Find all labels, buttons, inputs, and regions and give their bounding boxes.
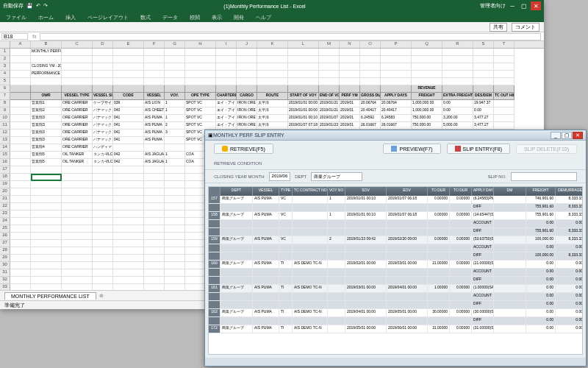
cell[interactable]	[144, 225, 165, 233]
grid-cell[interactable]	[293, 252, 328, 260]
cell[interactable]	[473, 85, 494, 93]
cell[interactable]: パナマックス	[93, 130, 113, 137]
grid-cell[interactable]: 21.00000	[428, 261, 450, 268]
cell[interactable]: 1	[165, 107, 185, 115]
cell[interactable]: 1,000,000.00	[412, 107, 442, 115]
cell[interactable]	[319, 85, 340, 93]
grid-cell[interactable]	[293, 244, 328, 252]
cell[interactable]: ORE CARRIER	[62, 122, 93, 130]
cell[interactable]	[473, 63, 494, 71]
save-icon[interactable]: 💾	[26, 3, 33, 9]
cell[interactable]	[113, 181, 144, 188]
minimize-icon[interactable]: ─	[507, 1, 517, 10]
cell[interactable]	[381, 71, 412, 78]
maximize-icon[interactable]: ▢	[519, 1, 529, 10]
cell[interactable]	[144, 188, 165, 196]
name-box[interactable]: B18	[1, 33, 28, 40]
cell[interactable]	[62, 71, 93, 78]
row-header[interactable]: 10	[0, 115, 10, 122]
grid-cell[interactable]	[220, 244, 253, 252]
cell[interactable]	[144, 63, 165, 71]
cell[interactable]	[144, 144, 165, 152]
cell[interactable]	[144, 196, 165, 203]
cell[interactable]: 太平洋	[257, 100, 288, 107]
grid-cell[interactable]	[494, 236, 526, 244]
grid-cell[interactable]	[220, 220, 253, 227]
cell[interactable]	[288, 85, 319, 93]
grid-cell[interactable]	[328, 228, 345, 236]
cell[interactable]: パナマックス	[93, 137, 113, 144]
cell[interactable]: 太平洋	[257, 115, 288, 122]
grid-cell[interactable]: 2019/01/01 00:10	[345, 196, 387, 203]
grid-cell[interactable]: 2019/04/01 00:00	[345, 309, 387, 316]
cell[interactable]	[62, 188, 93, 196]
cell[interactable]: 0.00	[442, 100, 473, 107]
grid-cell[interactable]	[494, 204, 526, 211]
slipno-input[interactable]	[511, 172, 577, 181]
cell[interactable]	[442, 78, 473, 85]
cell[interactable]: 5,000.00	[442, 122, 473, 130]
grid-cell[interactable]: 8,333.33	[556, 212, 583, 219]
col-header[interactable]: A	[10, 41, 31, 48]
cell[interactable]	[10, 137, 31, 144]
grid-cell[interactable]	[328, 285, 345, 292]
grid-cell[interactable]	[279, 317, 293, 325]
grid-cell[interactable]	[328, 261, 345, 268]
cell[interactable]	[93, 203, 113, 210]
grid-cell[interactable]: 0.00	[526, 309, 556, 316]
grid-cell[interactable]	[279, 269, 293, 276]
cell[interactable]	[10, 277, 31, 284]
cell[interactable]	[10, 107, 31, 115]
grid-cell[interactable]: DIFF	[472, 204, 494, 211]
cell[interactable]	[381, 56, 412, 63]
grid-cell[interactable]: 30.00000	[428, 309, 450, 316]
cell[interactable]	[10, 78, 31, 85]
cell[interactable]: ハンディマックス	[93, 144, 113, 152]
cell[interactable]	[113, 63, 144, 71]
cell[interactable]: 750,000.00	[412, 115, 442, 122]
grid-cell[interactable]	[220, 317, 253, 325]
grid-cell[interactable]: TI	[279, 325, 293, 333]
cell[interactable]	[10, 255, 31, 262]
cell[interactable]	[473, 49, 494, 56]
cell[interactable]	[257, 63, 288, 71]
cell[interactable]	[319, 63, 340, 71]
grid-cell[interactable]: AIS DEMO TC-N	[293, 309, 328, 316]
grid-cell[interactable]: AIS DEMO TC-N	[293, 261, 328, 268]
cell[interactable]	[165, 78, 185, 85]
cell[interactable]	[10, 85, 31, 93]
cell[interactable]	[185, 49, 216, 56]
cell[interactable]: END OF VOY	[319, 93, 340, 100]
cell[interactable]	[319, 71, 340, 78]
cell[interactable]	[10, 196, 31, 203]
ribbon-tab[interactable]: ファイル	[3, 13, 29, 22]
grid-cell[interactable]	[494, 269, 526, 276]
cell[interactable]	[494, 100, 514, 107]
cell[interactable]	[10, 240, 31, 247]
cell[interactable]	[10, 203, 31, 210]
cell[interactable]	[62, 63, 93, 71]
grid-header[interactable]: DEMURRAGE	[556, 187, 583, 196]
cell[interactable]: 2019/01/07 07:18	[288, 122, 319, 130]
cell[interactable]	[93, 63, 113, 71]
grid-cell[interactable]: VC	[279, 212, 293, 219]
cell[interactable]	[10, 152, 31, 159]
grid-cell[interactable]: AIS PUMA	[253, 285, 279, 292]
cell[interactable]	[10, 174, 31, 181]
row-header[interactable]: 13	[0, 137, 10, 144]
cell[interactable]: CHARTERER	[216, 93, 237, 100]
cell[interactable]: エイ・アイ・エス鉱映	[216, 107, 237, 115]
cell[interactable]	[31, 203, 62, 210]
cell[interactable]	[62, 56, 93, 63]
cell[interactable]	[257, 49, 288, 56]
grid-header[interactable]: VESSEL	[253, 187, 279, 196]
cell[interactable]	[340, 63, 360, 71]
grid-cell[interactable]	[253, 269, 279, 276]
grid-cell[interactable]	[345, 204, 387, 211]
cell[interactable]	[442, 49, 473, 56]
grid-cell[interactable]	[450, 252, 472, 260]
cell[interactable]: 1	[165, 159, 185, 166]
close-icon[interactable]: ✕	[531, 1, 541, 10]
cell[interactable]: ケープサイズ(鉱石船)	[93, 100, 113, 107]
cell[interactable]	[165, 49, 185, 56]
